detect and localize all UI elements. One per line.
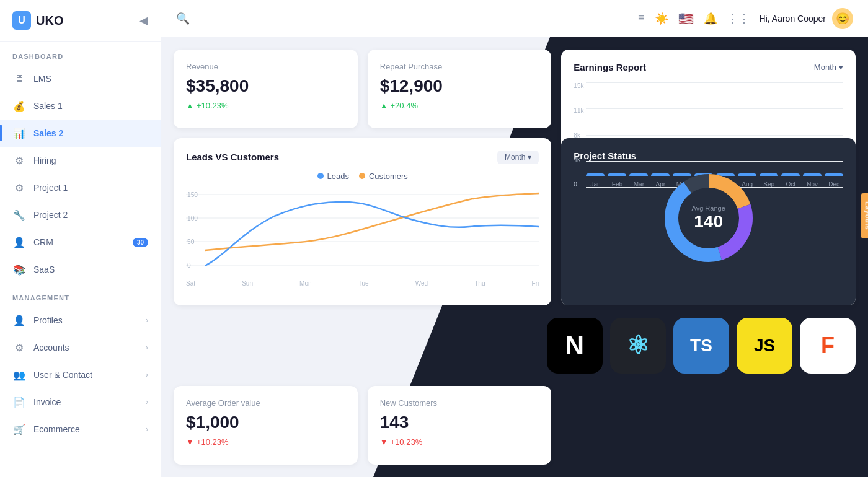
user-info[interactable]: Hi, Aaron Cooper 😊	[760, 8, 853, 29]
chart-legend: Leads Customers	[186, 172, 539, 181]
bar-feb: Feb	[608, 173, 626, 188]
donut-avg-label: Avg Range	[692, 204, 725, 212]
chevron-icon: ›	[146, 425, 148, 434]
y-label: 8k	[574, 132, 583, 139]
ecommerce-icon: 🛒	[12, 422, 26, 436]
user-greeting: Hi, Aaron Cooper	[760, 14, 826, 24]
tech-icons-row: N ⚛ TS JS F	[174, 315, 856, 377]
javascript-icon[interactable]: JS	[737, 318, 792, 374]
sidebar-item-label: LMS	[33, 74, 51, 84]
hiring-icon: ⚙	[12, 154, 26, 167]
saas-icon: 📚	[12, 263, 26, 276]
sidebar-item-hiring[interactable]: ⚙ Hiring	[0, 147, 161, 174]
sidebar-item-label: CRM	[33, 237, 53, 247]
sidebar-item-ecommerce[interactable]: 🛒 Ecommerce ›	[0, 416, 161, 443]
earnings-header: Earnings Report Month ▾	[574, 62, 843, 72]
nextjs-icon[interactable]: N	[547, 318, 603, 374]
sidebar-item-accounts[interactable]: ⚙ Accounts ›	[0, 334, 161, 361]
avg-order-change: ▼ +10.23%	[186, 437, 345, 447]
sidebar-item-label: Accounts	[33, 343, 69, 352]
header-right: ≡ ☀️ 🇺🇸 🔔 ⋮⋮ Hi, Aaron Cooper 😊	[638, 8, 853, 29]
theme-icon[interactable]: ☀️	[655, 12, 668, 25]
sidebar-item-usercontact[interactable]: 👥 User & Contact ›	[0, 361, 161, 388]
content-area: Revenue $35,800 ▲ +10.23% Repeat Purchas…	[161, 37, 868, 477]
x-label-fri: Fri	[532, 280, 539, 287]
grid-icon[interactable]: ⋮⋮	[727, 12, 750, 25]
sidebar-item-label: Hiring	[33, 155, 56, 165]
y-label: 4k	[574, 156, 583, 163]
bar-jan: Jan	[586, 173, 604, 188]
revenue-card: Revenue $35,800 ▲ +10.23%	[174, 50, 358, 128]
main-content: 🔍 ≡ ☀️ 🇺🇸 🔔 ⋮⋮ Hi, Aaron Cooper 😊 Revenu…	[161, 0, 868, 477]
logo-icon: U	[12, 11, 31, 30]
leads-vs-customers-card: Leads VS Customers Month ▾ Leads Custome…	[174, 138, 551, 305]
sidebar-item-label: Invoice	[33, 397, 61, 407]
chevron-down-icon: ▾	[528, 153, 531, 162]
svg-text:0: 0	[187, 262, 191, 269]
new-customers-value: 143	[380, 413, 539, 432]
sidebar-item-saas[interactable]: 📚 SaaS	[0, 256, 161, 283]
legend-leads: Leads	[317, 172, 349, 181]
sidebar-item-project2[interactable]: 🔧 Project 2	[0, 201, 161, 229]
sidebar-item-sales2[interactable]: 📊 Sales 2	[0, 120, 161, 147]
x-label-sat: Sat	[186, 280, 195, 287]
earnings-title: Earnings Report	[574, 62, 646, 72]
section-dashboard: DASHBOARD	[0, 42, 161, 65]
earnings-period-select[interactable]: Month ▾	[814, 63, 843, 72]
avg-order-label: Average Order value	[186, 398, 345, 408]
sales1-icon: 💰	[12, 99, 26, 113]
sidebar-item-profiles[interactable]: 👤 Profiles ›	[0, 307, 161, 334]
x-label-thu: Thu	[474, 280, 485, 287]
sidebar-item-label: SaaS	[33, 265, 55, 274]
layouts-tab[interactable]: Layouts	[861, 193, 868, 239]
chevron-icon: ›	[146, 343, 148, 352]
leads-dot	[317, 173, 324, 179]
repeat-purchase-value: $12,900	[380, 76, 539, 96]
y-label: 11k	[574, 107, 583, 114]
sidebar-item-invoice[interactable]: 📄 Invoice ›	[0, 388, 161, 416]
search-box[interactable]: 🔍	[176, 12, 362, 25]
logo: U UKO	[12, 11, 63, 30]
sidebar-logo: U UKO ◀	[0, 0, 161, 42]
sidebar-item-lms[interactable]: 🖥 LMS	[0, 65, 161, 92]
leads-header: Leads VS Customers Month ▾	[186, 151, 539, 164]
collapse-button[interactable]: ◀	[140, 14, 148, 27]
figma-icon[interactable]: F	[800, 318, 856, 374]
bar-sep: Sep	[760, 173, 778, 188]
revenue-label: Revenue	[186, 62, 345, 71]
lms-icon: 🖥	[12, 72, 26, 85]
x-label-sun: Sun	[242, 280, 253, 287]
sales2-icon: 📊	[12, 126, 26, 140]
notification-icon[interactable]: 🔔	[704, 12, 717, 25]
new-customers-change: ▼ +10.23%	[380, 437, 539, 447]
sidebar-item-label: Project 1	[33, 183, 68, 193]
flag-icon[interactable]: 🇺🇸	[678, 11, 694, 26]
chevron-down-icon: ▾	[839, 63, 843, 72]
sidebar-item-label: Project 2	[33, 210, 68, 220]
sidebar-item-project1[interactable]: ⚙ Project 1	[0, 174, 161, 201]
sidebar-item-label: Ecommerce	[33, 424, 80, 434]
bar-oct: Oct	[781, 173, 800, 188]
usercontact-icon: 👥	[12, 368, 26, 382]
project1-icon: ⚙	[12, 181, 26, 195]
project2-icon: 🔧	[12, 208, 26, 222]
revenue-value: $35,800	[186, 76, 345, 96]
typescript-icon[interactable]: TS	[673, 318, 729, 374]
leads-period-button[interactable]: Month ▾	[497, 151, 539, 164]
profiles-icon: 👤	[12, 313, 26, 327]
header: 🔍 ≡ ☀️ 🇺🇸 🔔 ⋮⋮ Hi, Aaron Cooper 😊	[161, 0, 868, 37]
new-customers-label: New Customers	[380, 398, 539, 408]
sidebar-item-sales1[interactable]: 💰 Sales 1	[0, 92, 161, 120]
donut-chart: Avg Range 140	[659, 168, 758, 268]
sidebar-item-crm[interactable]: 👤 CRM 30	[0, 229, 161, 256]
down-arrow-icon: ▼	[380, 437, 388, 447]
crm-badge: 30	[133, 238, 148, 247]
react-icon[interactable]: ⚛	[610, 318, 666, 374]
x-axis-labels: Sat Sun Mon Tue Wed Thu Fri	[186, 278, 539, 287]
svg-text:100: 100	[187, 215, 198, 222]
up-arrow-icon: ▲	[380, 101, 388, 110]
logo-text: UKO	[36, 14, 63, 28]
chevron-icon: ›	[146, 398, 148, 406]
new-customers-card: New Customers 143 ▼ +10.23%	[368, 386, 552, 465]
menu-icon[interactable]: ≡	[638, 12, 645, 25]
